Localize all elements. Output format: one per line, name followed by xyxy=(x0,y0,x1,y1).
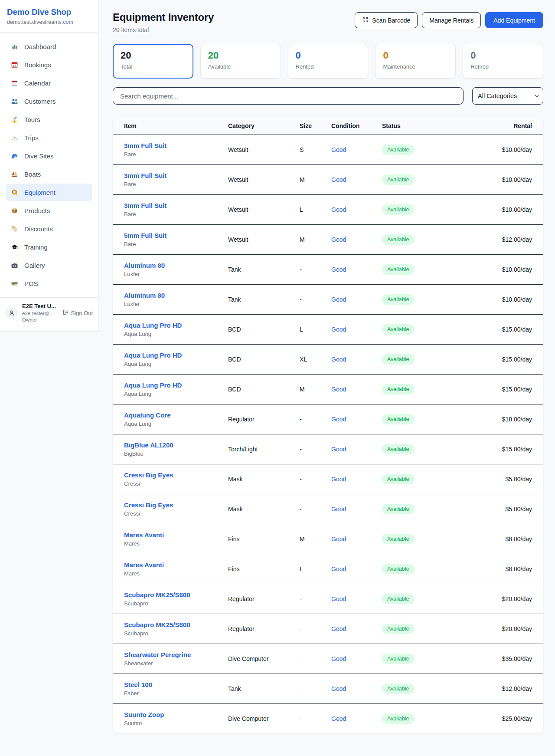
condition-link[interactable]: Good xyxy=(331,446,382,453)
item-link[interactable]: 3mm Full Suit xyxy=(124,202,228,209)
condition-link[interactable]: Good xyxy=(331,266,382,273)
table-row[interactable]: Aluminum 80 Luxfer Tank - Good Available… xyxy=(113,285,543,315)
item-link[interactable]: Steel 100 xyxy=(124,681,228,688)
condition-link[interactable]: Good xyxy=(331,595,382,602)
item-link[interactable]: Mares Avanti xyxy=(124,561,228,569)
stat-label: Total xyxy=(121,63,186,70)
condition-link[interactable]: Good xyxy=(331,386,382,393)
item-link[interactable]: Aluminum 80 xyxy=(124,262,228,269)
stat-card-available[interactable]: 20 Available xyxy=(200,44,281,79)
table-row[interactable]: 3mm Full Suit Bare Wetsuit M Good Availa… xyxy=(113,165,543,195)
item-link[interactable]: Scubapro MK25/S600 xyxy=(124,621,228,628)
sidebar-item-training[interactable]: Training xyxy=(6,238,92,256)
svg-text:17: 17 xyxy=(13,64,16,67)
sidebar-item-pos[interactable]: POS xyxy=(6,275,92,292)
table-row[interactable]: Shearwater Peregrine Shearwater Dive Com… xyxy=(113,644,543,674)
manage-rentals-label: Manage Rentals xyxy=(429,17,473,24)
sidebar-item-bookings[interactable]: 17 Bookings xyxy=(6,56,92,73)
stat-card-total[interactable]: 20 Total xyxy=(113,44,193,79)
table-row[interactable]: Mares Avanti Mares Fins M Good Available… xyxy=(113,524,543,554)
table-row[interactable]: BigBlue AL1200 BigBlue Torch/Light - Goo… xyxy=(113,434,543,464)
condition-link[interactable]: Good xyxy=(331,296,382,303)
stat-card-retired[interactable]: 0 Retired xyxy=(463,44,543,79)
item-link[interactable]: Aqua Lung Pro HD xyxy=(124,322,228,329)
table-row[interactable]: Suunto Zoop Suunto Dive Computer - Good … xyxy=(113,704,543,733)
table-row[interactable]: Steel 100 Faber Tank - Good Available $1… xyxy=(113,674,543,704)
status-badge: Available xyxy=(382,145,415,155)
condition-link[interactable]: Good xyxy=(331,146,382,153)
cell-category: Wetsuit xyxy=(228,176,300,183)
item-link[interactable]: Scubapro MK25/S600 xyxy=(124,591,228,598)
table-row[interactable]: Scubapro MK25/S600 Scubapro Regulator - … xyxy=(113,614,543,644)
cell-rental: $10.00/day xyxy=(460,146,532,153)
item-link[interactable]: Suunto Zoop xyxy=(124,711,228,718)
item-link[interactable]: BigBlue AL1200 xyxy=(124,441,228,449)
condition-link[interactable]: Good xyxy=(331,416,382,423)
table-header: Item Category Size Condition Status Rent… xyxy=(113,117,543,135)
item-link[interactable]: Aluminum 80 xyxy=(124,292,228,299)
table-row[interactable]: Aqua Lung Pro HD Aqua Lung BCD XL Good A… xyxy=(113,345,543,375)
sidebar-item-trips[interactable]: Trips xyxy=(6,129,92,146)
category-select[interactable]: All Categories xyxy=(472,87,543,105)
condition-link[interactable]: Good xyxy=(331,506,382,513)
manage-rentals-button[interactable]: Manage Rentals xyxy=(422,12,481,28)
table-row[interactable]: 3mm Full Suit Bare Wetsuit L Good Availa… xyxy=(113,195,543,225)
condition-link[interactable]: Good xyxy=(331,715,382,722)
search-input[interactable] xyxy=(113,87,464,105)
item-link[interactable]: Mares Avanti xyxy=(124,531,228,539)
table-row[interactable]: Aqualung Core Aqua Lung Regulator - Good… xyxy=(113,404,543,434)
item-link[interactable]: Aqua Lung Pro HD xyxy=(124,352,228,359)
table-row[interactable]: 3mm Full Suit Bare Wetsuit S Good Availa… xyxy=(113,135,543,165)
stat-card-maintenance[interactable]: 0 Maintenance xyxy=(375,44,456,79)
condition-link[interactable]: Good xyxy=(331,206,382,213)
condition-link[interactable]: Good xyxy=(331,565,382,572)
scan-barcode-button[interactable]: Scan Barcode xyxy=(355,12,418,28)
table-row[interactable]: 5mm Full Suit Bare Wetsuit M Good Availa… xyxy=(113,225,543,255)
table-row[interactable]: Mares Avanti Mares Fins L Good Available… xyxy=(113,554,543,584)
cell-size: L xyxy=(300,206,331,213)
item-link[interactable]: Shearwater Peregrine xyxy=(124,651,228,658)
sidebar-item-dive-sites[interactable]: Dive Sites xyxy=(6,147,92,164)
table-row[interactable]: Cressi Big Eyes Cressi Mask - Good Avail… xyxy=(113,464,543,494)
condition-link[interactable]: Good xyxy=(331,236,382,243)
speedboat-icon xyxy=(10,134,19,141)
sidebar-item-gallery[interactable]: Gallery xyxy=(6,256,92,274)
sidebar-item-equipment[interactable]: Equipment xyxy=(6,184,92,201)
condition-link[interactable]: Good xyxy=(331,625,382,632)
condition-link[interactable]: Good xyxy=(331,685,382,692)
item-link[interactable]: 3mm Full Suit xyxy=(124,172,228,179)
table-row[interactable]: Cressi Big Eyes Cressi Mask - Good Avail… xyxy=(113,494,543,524)
sidebar-item-label: Discounts xyxy=(24,225,53,233)
sidebar-item-dashboard[interactable]: Dashboard xyxy=(6,38,92,55)
sidebar-item-products[interactable]: Products xyxy=(6,202,92,219)
table-row[interactable]: Aqua Lung Pro HD Aqua Lung BCD L Good Av… xyxy=(113,315,543,345)
sidebar-item-discounts[interactable]: Discounts xyxy=(6,220,92,237)
item-link[interactable]: Aqua Lung Pro HD xyxy=(124,381,228,389)
table-row[interactable]: Aluminum 80 Luxfer Tank - Good Available… xyxy=(113,255,543,285)
table-row[interactable]: Aqua Lung Pro HD Aqua Lung BCD M Good Av… xyxy=(113,375,543,404)
brand-name[interactable]: Demo Dive Shop xyxy=(7,7,92,17)
header-actions: Scan Barcode Manage Rentals Add Equipmen… xyxy=(355,12,543,28)
sidebar-item-customers[interactable]: Customers xyxy=(6,92,92,110)
item-link[interactable]: Cressi Big Eyes xyxy=(124,471,228,479)
cell-rental: $20.00/day xyxy=(460,625,532,632)
status-badge: Available xyxy=(382,294,415,305)
item-link[interactable]: Cressi Big Eyes xyxy=(124,501,228,509)
stat-card-rented[interactable]: 0 Rented xyxy=(288,44,369,79)
sign-out-button[interactable]: Sign Out xyxy=(62,309,93,317)
sidebar-item-boats[interactable]: Boats xyxy=(6,165,92,183)
condition-link[interactable]: Good xyxy=(331,326,382,333)
sidebar-item-calendar[interactable]: Calendar xyxy=(6,74,92,92)
condition-link[interactable]: Good xyxy=(331,536,382,542)
item-link[interactable]: Aqualung Core xyxy=(124,411,228,419)
condition-link[interactable]: Good xyxy=(331,655,382,662)
table-row[interactable]: Scubapro MK25/S600 Scubapro Regulator - … xyxy=(113,584,543,614)
item-link[interactable]: 3mm Full Suit xyxy=(124,142,228,149)
add-equipment-button[interactable]: Add Equipment xyxy=(485,12,543,28)
condition-link[interactable]: Good xyxy=(331,356,382,363)
credit-card-icon xyxy=(10,279,19,287)
item-link[interactable]: 5mm Full Suit xyxy=(124,232,228,239)
condition-link[interactable]: Good xyxy=(331,176,382,183)
condition-link[interactable]: Good xyxy=(331,476,382,483)
sidebar-item-tours[interactable]: Tours xyxy=(6,111,92,128)
